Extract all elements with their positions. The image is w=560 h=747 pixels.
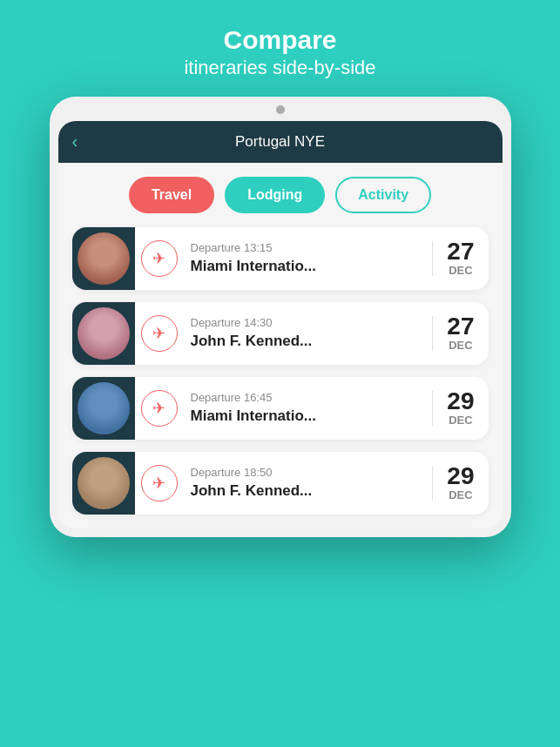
itinerary-list: ✈ Departure 13:15 Miami Internatio... 27… <box>58 227 503 528</box>
airport-name: John F. Kenned... <box>191 333 419 350</box>
airport-name: Miami Internatio... <box>191 407 419 425</box>
avatar-image <box>78 457 130 509</box>
avatar <box>72 227 135 290</box>
avatar-image <box>78 382 130 434</box>
date-day: 27 <box>447 239 474 264</box>
divider <box>432 316 433 351</box>
airport-name: Miami Internatio... <box>191 258 419 275</box>
avatar-image <box>78 307 130 360</box>
transport-icon-wrap: ✈ <box>135 302 184 365</box>
card-info: Departure 14:30 John F. Kenned... <box>184 307 426 359</box>
transport-icon-wrap: ✈ <box>135 452 184 515</box>
date-month: DEC <box>447 339 474 352</box>
avatar-image <box>78 232 130 285</box>
back-button[interactable]: ‹ <box>72 131 78 151</box>
divider <box>432 466 433 501</box>
device-screen: ‹ Portugal NYE Travel Lodging Activity ✈… <box>58 121 503 528</box>
departure-time: Departure 14:30 <box>191 316 419 329</box>
card-date: 27 DEC <box>440 239 488 277</box>
date-month: DEC <box>447 488 474 501</box>
hero-section: Compare itineraries side-by-side <box>184 24 375 81</box>
card-date: 27 DEC <box>440 314 488 352</box>
airport-name: John F. Kenned... <box>191 482 419 500</box>
itinerary-card[interactable]: ✈ Departure 14:30 John F. Kenned... 27 D… <box>72 302 489 365</box>
plane-icon: ✈ <box>141 315 178 352</box>
itinerary-card[interactable]: ✈ Departure 13:15 Miami Internatio... 27… <box>72 227 489 290</box>
hero-title: Compare <box>184 24 375 56</box>
card-info: Departure 18:50 John F. Kenned... <box>184 457 426 508</box>
device-notch <box>276 105 285 114</box>
app-header: ‹ Portugal NYE <box>58 121 503 163</box>
card-date: 29 DEC <box>440 389 488 427</box>
tab-travel[interactable]: Travel <box>129 177 214 213</box>
device-frame: ‹ Portugal NYE Travel Lodging Activity ✈… <box>50 97 511 537</box>
departure-time: Departure 16:45 <box>191 391 419 404</box>
card-info: Departure 13:15 Miami Internatio... <box>184 232 426 284</box>
date-month: DEC <box>447 414 474 427</box>
header-title: Portugal NYE <box>76 133 485 151</box>
departure-time: Departure 13:15 <box>191 241 419 254</box>
avatar <box>72 452 135 515</box>
avatar <box>72 377 135 440</box>
plane-icon: ✈ <box>141 390 178 427</box>
divider <box>432 391 433 426</box>
divider <box>432 241 433 276</box>
date-day: 27 <box>447 314 474 339</box>
plane-icon: ✈ <box>141 240 178 277</box>
card-date: 29 DEC <box>440 464 488 501</box>
hero-subtitle: itineraries side-by-side <box>184 56 375 81</box>
transport-icon-wrap: ✈ <box>135 227 184 290</box>
itinerary-card[interactable]: ✈ Departure 18:50 John F. Kenned... 29 D… <box>72 452 489 515</box>
date-day: 29 <box>447 389 474 414</box>
transport-icon-wrap: ✈ <box>135 377 184 440</box>
itinerary-card[interactable]: ✈ Departure 16:45 Miami Internatio... 29… <box>72 377 489 440</box>
departure-time: Departure 18:50 <box>191 466 419 479</box>
avatar <box>72 302 135 365</box>
tab-lodging[interactable]: Lodging <box>225 177 325 213</box>
plane-icon: ✈ <box>141 465 178 501</box>
tabs-row: Travel Lodging Activity <box>58 163 503 227</box>
date-month: DEC <box>447 264 474 277</box>
card-info: Departure 16:45 Miami Internatio... <box>184 382 426 434</box>
date-day: 29 <box>447 464 474 488</box>
tab-activity[interactable]: Activity <box>335 177 431 213</box>
